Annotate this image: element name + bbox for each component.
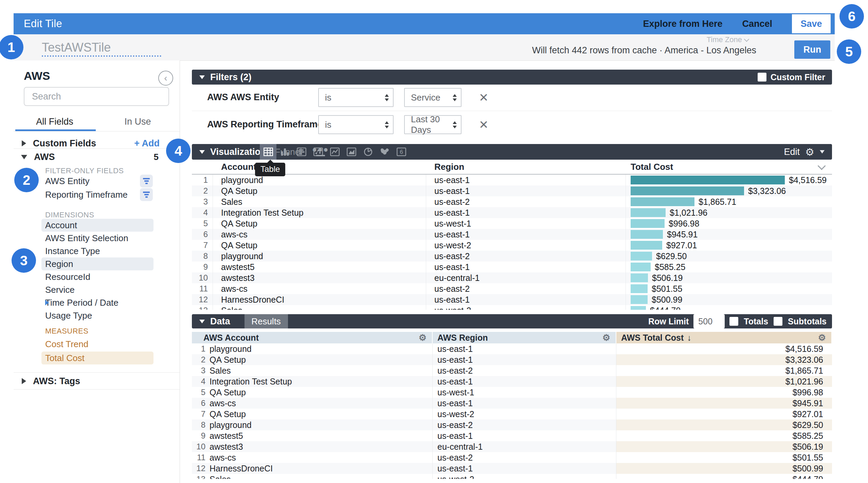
data-table-header: AWS Account⚙ AWS Region⚙ AWS Total Cost↓… (192, 332, 832, 343)
viz-type-pie-chart[interactable] (360, 144, 376, 160)
custom-filter-checkbox[interactable] (758, 73, 766, 82)
gear-icon[interactable]: ⚙ (805, 146, 814, 158)
viz-type-table[interactable] (260, 144, 276, 160)
viz-type-line-chart[interactable] (326, 144, 343, 160)
viz-table-row[interactable]: 12HarnessDroneCIus-east-1$500.99 (192, 294, 832, 305)
save-button[interactable]: Save (792, 14, 831, 33)
search-input[interactable] (24, 87, 169, 106)
data-table-row[interactable]: 10awstest3eu-central-1$506.19 (192, 441, 832, 452)
data-col-aws-total-cost[interactable]: AWS Total Cost↓⚙ (616, 332, 832, 343)
visualization-header-label: Visualization (210, 147, 266, 157)
data-table-row[interactable]: 5QA Setupus-west-1$996.98 (192, 387, 832, 398)
viz-col-total-cost[interactable]: Total Cost (626, 160, 832, 174)
tile-name-input[interactable]: TestAWSTile (42, 40, 111, 55)
viz-col-account[interactable]: Account (213, 160, 426, 174)
viz-table-row[interactable]: 1playgroundus-east-1$4,516.59 (192, 175, 832, 185)
aws-tags-group-row[interactable]: AWS: Tags (14, 374, 180, 389)
viz-type-map[interactable] (376, 144, 393, 160)
viz-table-row[interactable]: 5QA Setupus-west-1$996.98 (192, 218, 832, 229)
gear-icon[interactable]: ⚙ (818, 333, 826, 343)
row-number: 9 (196, 431, 205, 441)
filter-operator-select[interactable]: is (318, 88, 394, 107)
sidebar-dimension-aws-entity-selection[interactable]: AWS Entity Selection (41, 232, 153, 245)
filter-value-select[interactable]: Service (404, 88, 462, 107)
sidebar-field-reporting-timeframe[interactable]: Reporting Timeframe (41, 188, 153, 201)
viz-table-row[interactable]: 3Salesus-east-2$1,865.71 (192, 196, 832, 207)
viz-table-row[interactable]: 10awstest3eu-central-1$506.19 (192, 272, 832, 283)
data-table-row[interactable]: 13Salesus-west-2$444.79 (192, 474, 832, 479)
data-table-row[interactable]: 11aws-csus-east-2$501.55 (192, 452, 832, 463)
filter-field-icon[interactable] (140, 175, 153, 187)
data-table-row[interactable]: 3Salesus-east-2$1,865.71 (192, 365, 832, 376)
viz-table-row[interactable]: 9awstest5us-east-1$585.25 (192, 262, 832, 272)
viz-table-row[interactable]: 8playgroundus-east-2$629.50 (192, 251, 832, 262)
sidebar-dimension-service[interactable]: Service (41, 283, 153, 296)
visualization-section-header[interactable]: Visualization 6 Funnel ●●● Edit ⚙ (192, 144, 832, 160)
sidebar-dimension-time-period-date[interactable]: Time Period / Date (41, 296, 153, 309)
viz-type-single-value[interactable]: 6 (393, 144, 410, 160)
viz-cell-total-cost: $996.98 (626, 218, 832, 229)
data-section-header[interactable]: Data Results Row Limit Totals Subtotals (192, 314, 832, 328)
viz-type-bar-chart[interactable] (293, 144, 310, 160)
collapse-sidebar-icon[interactable]: ‹ (158, 71, 173, 86)
sidebar-dimension-usage-type[interactable]: Usage Type (41, 309, 153, 322)
viz-edit-button[interactable]: Edit (784, 147, 800, 157)
tab-all-fields[interactable]: All Fields (14, 112, 96, 131)
gear-icon[interactable]: ⚙ (602, 333, 610, 343)
filters-section-header[interactable]: Filters (2) Custom Filter (192, 70, 832, 85)
sidebar-dimension-resourceid[interactable]: ResourceId (41, 270, 153, 283)
viz-table-row[interactable]: 7QA Setupus-west-2$927.01 (192, 240, 832, 251)
viz-cell-region: us-east-1 (426, 262, 626, 272)
run-button[interactable]: Run (794, 40, 830, 59)
data-table-row[interactable]: 7QA Setupus-west-2$927.01 (192, 409, 832, 419)
viz-col-region[interactable]: Region (426, 160, 626, 174)
field-label: ResourceId (45, 272, 90, 282)
row-number: 9 (192, 262, 213, 272)
sidebar-field-aws-entity[interactable]: AWS Entity (41, 175, 153, 187)
totals-checkbox[interactable] (729, 317, 738, 326)
add-custom-field-button[interactable]: + Add (134, 138, 160, 149)
viz-table-row[interactable]: 6aws-csus-east-1$945.91 (192, 229, 832, 240)
data-col-aws-account[interactable]: AWS Account⚙ (192, 332, 433, 343)
chevron-down-icon[interactable] (817, 162, 826, 170)
data-table-row[interactable]: 6aws-csus-east-1$945.91 (192, 398, 832, 409)
viz-type-column-chart[interactable] (276, 144, 293, 160)
subtotals-checkbox[interactable] (774, 317, 782, 326)
sidebar-measure-cost-trend[interactable]: Cost Trend (41, 338, 153, 351)
aws-group-row[interactable]: AWS 5 (14, 149, 180, 164)
filter-operator-select[interactable]: is (318, 115, 394, 134)
viz-type-area-chart[interactable] (343, 144, 360, 160)
viz-table-row[interactable]: 11aws-csus-east-2$501.55 (192, 283, 832, 294)
data-table-row[interactable]: 8playgroundus-east-2$629.50 (192, 419, 832, 430)
cancel-button[interactable]: Cancel (742, 19, 772, 29)
chevron-right-icon[interactable] (45, 300, 49, 305)
data-table-row[interactable]: 1playgroundus-east-1$4,516.59 (192, 343, 832, 354)
remove-filter-icon[interactable]: ✕ (479, 118, 489, 131)
viz-table-row[interactable]: 13Salesus-west-2$444.79 (192, 305, 832, 310)
sidebar-dimension-account[interactable]: Account (41, 219, 153, 232)
data-table-row[interactable]: 12HarnessDroneCIus-east-1$500.99 (192, 463, 832, 474)
tab-in-use[interactable]: In Use (96, 112, 180, 131)
data-col-aws-region[interactable]: AWS Region⚙ (433, 332, 616, 343)
remove-filter-icon[interactable]: ✕ (479, 91, 489, 104)
results-tab[interactable]: Results (245, 314, 288, 328)
sidebar-dimension-instance-type[interactable]: Instance Type (41, 245, 153, 257)
row-limit-input[interactable] (694, 315, 724, 328)
data-table-row[interactable]: 4Integration Test Setupus-east-1$1,021.9… (192, 376, 832, 387)
line-chart-icon (329, 146, 341, 158)
sidebar-dimension-region[interactable]: Region (41, 257, 153, 270)
viz-table-row[interactable]: 4Integration Test Setupus-east-1$1,021.9… (192, 207, 832, 218)
filter-field-icon[interactable] (140, 188, 153, 201)
gear-icon[interactable]: ⚙ (419, 333, 427, 343)
timezone-selector[interactable]: Time Zone (707, 35, 748, 44)
data-table-row[interactable]: 2QA Setupus-east-1$3,323.06 (192, 354, 832, 365)
data-table-row[interactable]: 9awstest5us-east-1$585.25 (192, 430, 832, 441)
viz-table-row[interactable]: 2QA Setupus-east-1$3,323.06 (192, 185, 832, 196)
filter-operator-value: is (325, 92, 331, 103)
svg-text:6: 6 (400, 149, 403, 155)
filter-value-select[interactable]: Last 30 Days (404, 115, 462, 134)
viz-type-scatter[interactable] (310, 144, 326, 160)
row-number: 10 (192, 272, 213, 283)
explore-from-here-button[interactable]: Explore from Here (643, 19, 722, 29)
sidebar-measure-total-cost[interactable]: Total Cost (41, 352, 153, 364)
